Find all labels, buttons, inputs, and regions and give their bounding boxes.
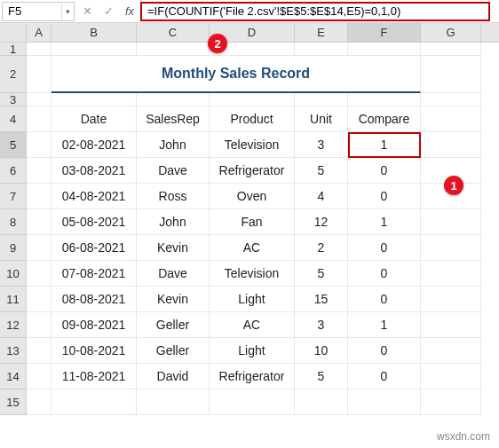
row-header[interactable]: 7 [0, 184, 27, 209]
row-header[interactable]: 5 [0, 132, 27, 158]
row-header[interactable]: 2 [0, 56, 27, 93]
cell-unit[interactable]: 15 [295, 287, 348, 312]
cell[interactable] [27, 106, 51, 132]
cell[interactable] [27, 312, 51, 338]
cell-rep[interactable]: John [137, 132, 210, 158]
cell-date[interactable]: 08-08-2021 [51, 287, 137, 312]
cell[interactable] [27, 338, 51, 364]
cell[interactable] [27, 43, 51, 56]
col-header-e[interactable]: E [295, 23, 348, 42]
cell-unit[interactable]: 3 [295, 132, 348, 158]
cell-compare[interactable]: 1 [348, 132, 421, 158]
cell-compare[interactable]: 0 [348, 235, 421, 261]
cell[interactable] [348, 93, 421, 106]
cell[interactable] [421, 56, 481, 93]
cell-rep[interactable]: David [137, 364, 210, 389]
cell[interactable] [421, 235, 481, 261]
cell-rep[interactable]: Geller [137, 338, 210, 364]
select-all-corner[interactable] [0, 23, 27, 42]
row-header[interactable]: 1 [0, 43, 27, 56]
row-header[interactable]: 11 [0, 287, 27, 312]
cell-compare[interactable]: 0 [348, 158, 421, 184]
chevron-down-icon[interactable]: ▾ [61, 3, 74, 20]
title-cell[interactable]: Monthly Sales Record [51, 56, 421, 93]
cell[interactable] [421, 106, 481, 132]
cell-date[interactable]: 06-08-2021 [51, 235, 137, 261]
col-header-b[interactable]: B [51, 23, 137, 42]
cell-rep[interactable]: Dave [137, 261, 210, 287]
row-header[interactable]: 12 [0, 312, 27, 338]
cell-product[interactable]: Refrigerator [210, 364, 295, 389]
row-header[interactable]: 14 [0, 364, 27, 389]
name-box[interactable]: F5 ▾ [2, 2, 75, 21]
cell[interactable] [27, 209, 51, 235]
row-header[interactable]: 15 [0, 389, 27, 415]
cell[interactable] [421, 364, 481, 389]
cell[interactable] [421, 261, 481, 287]
header-product[interactable]: Product [210, 106, 295, 132]
cell[interactable] [27, 132, 51, 158]
col-header-c[interactable]: C [137, 23, 210, 42]
cell-compare[interactable]: 1 [348, 312, 421, 338]
cell[interactable] [421, 389, 481, 415]
cell[interactable] [27, 93, 51, 106]
cell-product[interactable]: Television [210, 132, 295, 158]
row-header[interactable]: 13 [0, 338, 27, 364]
cell[interactable] [27, 287, 51, 312]
cell-rep[interactable]: John [137, 209, 210, 235]
cell-compare[interactable]: 0 [348, 338, 421, 364]
cell[interactable] [421, 93, 481, 106]
cell[interactable] [210, 93, 295, 106]
col-header-a[interactable]: A [27, 23, 51, 42]
cell-date[interactable]: 04-08-2021 [51, 184, 137, 209]
cell-date[interactable]: 07-08-2021 [51, 261, 137, 287]
cell-product[interactable]: Television [210, 261, 295, 287]
row-header[interactable]: 6 [0, 158, 27, 184]
cell-unit[interactable]: 4 [295, 184, 348, 209]
cell-date[interactable]: 09-08-2021 [51, 312, 137, 338]
header-rep[interactable]: SalesRep [137, 106, 210, 132]
cell[interactable] [421, 43, 481, 56]
cell-product[interactable]: AC [210, 235, 295, 261]
row-header[interactable]: 8 [0, 209, 27, 235]
cell-rep[interactable]: Dave [137, 158, 210, 184]
cell-product[interactable]: Fan [210, 209, 295, 235]
cell[interactable] [137, 389, 210, 415]
cell-unit[interactable]: 2 [295, 235, 348, 261]
header-date[interactable]: Date [51, 106, 137, 132]
cell[interactable] [421, 132, 481, 158]
cell-date[interactable]: 02-08-2021 [51, 132, 137, 158]
cell-unit[interactable]: 5 [295, 364, 348, 389]
cell-product[interactable]: Oven [210, 184, 295, 209]
check-icon[interactable]: ✓ [98, 2, 119, 21]
cell-compare[interactable]: 1 [348, 209, 421, 235]
cell-date[interactable]: 03-08-2021 [51, 158, 137, 184]
cell-unit[interactable]: 5 [295, 261, 348, 287]
row-header[interactable]: 4 [0, 106, 27, 132]
cell[interactable] [421, 312, 481, 338]
cell-unit[interactable]: 3 [295, 312, 348, 338]
cell[interactable] [27, 184, 51, 209]
cell-product[interactable]: AC [210, 312, 295, 338]
cell-compare[interactable]: 0 [348, 287, 421, 312]
cell[interactable] [27, 261, 51, 287]
cell[interactable] [51, 93, 137, 106]
row-header[interactable]: 3 [0, 93, 27, 106]
cell[interactable] [295, 43, 348, 56]
cell[interactable] [137, 43, 210, 56]
cell[interactable] [295, 93, 348, 106]
cell-compare[interactable]: 0 [348, 364, 421, 389]
cancel-icon[interactable]: ✕ [76, 2, 98, 21]
cell[interactable] [348, 389, 421, 415]
cell-rep[interactable]: Ross [137, 184, 210, 209]
cell-rep[interactable]: Kevin [137, 287, 210, 312]
cell[interactable] [348, 43, 421, 56]
cell-rep[interactable]: Geller [137, 312, 210, 338]
col-header-f[interactable]: F [348, 23, 421, 42]
cell-product[interactable]: Light [210, 287, 295, 312]
fx-icon[interactable]: fx [119, 2, 140, 21]
cell-compare[interactable]: 0 [348, 261, 421, 287]
cell[interactable] [295, 389, 348, 415]
cell[interactable] [210, 389, 295, 415]
cell-date[interactable]: 10-08-2021 [51, 338, 137, 364]
